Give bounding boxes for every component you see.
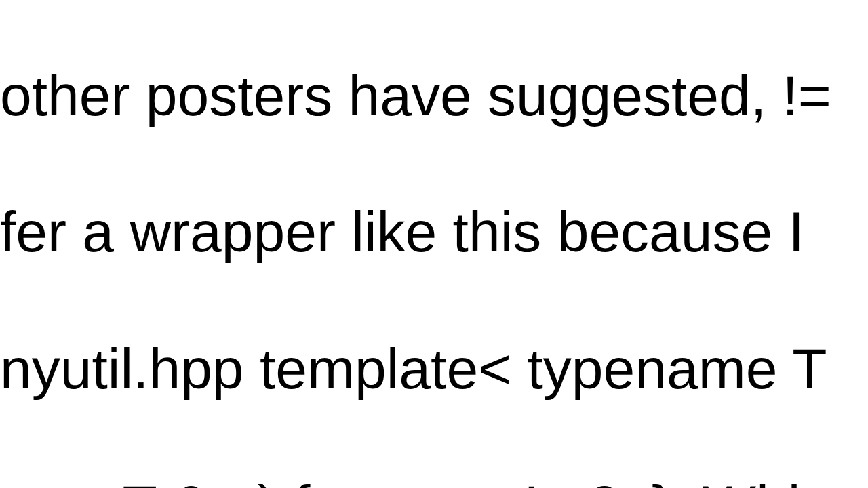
- text-line: fer a wrapper like this because I: [0, 198, 831, 266]
- text-line: other posters have suggested, !=: [0, 62, 831, 130]
- text-line: nyutil.hpp template< typename T: [0, 335, 831, 403]
- document-text-fragment: other posters have suggested, != fer a w…: [0, 0, 831, 488]
- text-line: onst T & t ) { return t != 0; } Whic: [0, 472, 831, 488]
